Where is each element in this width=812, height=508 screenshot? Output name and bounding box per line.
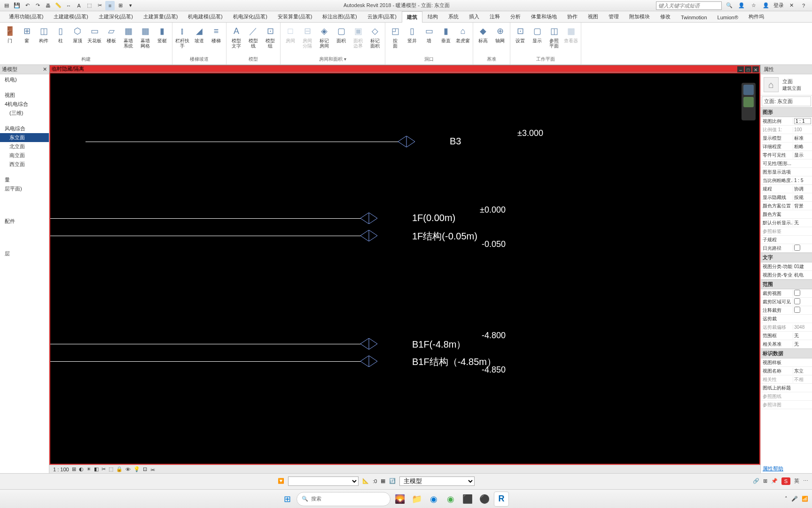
tray-mic-icon[interactable]: 🎤 (791, 496, 798, 502)
tree-item-10[interactable]: 层平面) (0, 184, 49, 193)
select-pinned-icon[interactable]: 📌 (771, 478, 778, 484)
level-line[interactable] (86, 142, 398, 142)
ribbon-btn-5-0[interactable]: ◆标高 (475, 24, 491, 44)
props-row[interactable]: 裁剪视图 (761, 289, 812, 298)
props-group-header[interactable]: 文字 (761, 253, 812, 262)
ribbon-tab-9[interactable]: 建筑 (402, 11, 422, 23)
taskbar-app-5[interactable]: ⚫ (477, 492, 492, 507)
start-button[interactable]: ⊞ (280, 492, 295, 507)
level-name[interactable]: 1F结构(-0.05m) (412, 230, 477, 243)
ribbon-btn-0-9[interactable]: ▮竖梃 (154, 24, 170, 44)
props-row[interactable]: 注释裁剪 (761, 306, 812, 315)
ribbon-tab-6[interactable]: 安装算量(品茗) (273, 11, 317, 22)
ribbon-btn-2-0[interactable]: A模型文字 (228, 24, 244, 49)
select-links-icon[interactable]: 🔗 (753, 478, 759, 484)
ribbon-tab-4[interactable]: 机电建模(品茗) (183, 11, 227, 22)
props-row[interactable]: 参照标签 (761, 227, 812, 236)
ribbon-tab-3[interactable]: 土建算量(品茗) (138, 11, 183, 22)
exchange-icon[interactable]: ✕ (787, 1, 796, 10)
favorite-icon[interactable]: ☆ (749, 1, 758, 10)
tree-item-11[interactable]: 配件 (0, 217, 49, 226)
props-row[interactable]: 默认分析显示...无 (761, 219, 812, 227)
detail-level-icon[interactable]: ⊞ (72, 466, 76, 472)
qat-align[interactable]: ↔ (64, 1, 73, 10)
props-row[interactable]: 远剪裁 (761, 315, 812, 323)
props-row[interactable]: 视图分类-功能01建 (761, 262, 812, 271)
ribbon-tab-22[interactable]: Lumion® (712, 12, 743, 22)
props-row[interactable]: 显示模型标准 (761, 134, 812, 143)
level-marker-icon[interactable] (360, 230, 377, 241)
help-icon[interactable]: ? (799, 1, 808, 10)
selection-filter-icon[interactable]: 🔽 (278, 478, 284, 484)
ribbon-btn-3-5[interactable]: ◇标记面积 (367, 24, 383, 49)
tree-item-4[interactable]: 风电综合 (0, 124, 49, 133)
tree-item-12[interactable]: 层 (0, 249, 49, 258)
app-menu-button[interactable]: ▤ (2, 1, 11, 10)
qat-undo[interactable]: ↶ (23, 1, 32, 10)
props-row[interactable]: 范围框无 (761, 332, 812, 340)
ribbon-btn-0-2[interactable]: ◫构件 (36, 24, 52, 44)
reveal-hidden-icon[interactable]: 💡 (133, 466, 140, 472)
ribbon-btn-4-4[interactable]: ⌂老虎窗 (455, 24, 471, 44)
props-row[interactable]: 相关基准无 (761, 340, 812, 349)
ribbon-btn-4-0[interactable]: ◰按面 (387, 24, 403, 49)
taskbar-app-1[interactable]: 🌄 (392, 492, 407, 507)
select-underlay-icon[interactable]: ⊞ (763, 478, 767, 484)
ribbon-btn-4-1[interactable]: ▯竖井 (404, 24, 420, 44)
tree-item-2[interactable]: 4机电综合 (0, 100, 49, 109)
shadows-icon[interactable]: ◧ (94, 466, 99, 472)
props-row[interactable]: 视图比例 (761, 117, 812, 126)
level-name[interactable]: 1F(0.00m) (412, 213, 455, 223)
qat-print[interactable]: 🖶 (43, 1, 53, 10)
props-row[interactable]: 参照图纸 (761, 392, 812, 401)
navigation-bar[interactable] (742, 83, 756, 120)
ribbon-btn-0-6[interactable]: ▱楼板 (103, 24, 119, 44)
props-row[interactable]: 图形显示选项 (761, 168, 812, 176)
ribbon-tab-0[interactable]: 通用功能(品茗) (4, 11, 48, 22)
ribbon-tab-23[interactable]: 构件坞 (743, 11, 769, 22)
level-name[interactable]: B3 (450, 136, 461, 147)
login-link[interactable]: 登录 (773, 2, 784, 9)
ribbon-btn-1-1[interactable]: ◢坡道 (191, 24, 207, 44)
search-icon[interactable]: 🔍 (725, 1, 734, 10)
ribbon-tab-7[interactable]: 标注出图(品茗) (317, 11, 362, 22)
props-row[interactable]: 子规程 (761, 236, 812, 244)
ribbon-btn-3-3[interactable]: ▢面积 (333, 24, 349, 44)
ribbon-tab-18[interactable]: 管理 (603, 11, 624, 22)
ribbon-btn-0-7[interactable]: ▦幕墙系统 (120, 24, 136, 49)
props-checkbox[interactable] (794, 245, 800, 251)
ribbon-btn-4-3[interactable]: ▮垂直 (438, 24, 454, 44)
props-row[interactable]: 规程协调 (761, 185, 812, 193)
qat-close[interactable]: ⊞ (116, 1, 125, 10)
navcube-wheel[interactable] (743, 97, 754, 107)
tree-item-0[interactable]: 机电) (0, 75, 49, 84)
ribbon-tab-2[interactable]: 土建深化(品茗) (94, 11, 138, 22)
tree-item-1[interactable]: 视图 (0, 91, 49, 100)
drawing-canvas[interactable]: ±3.000B3±0.0001F(0.00m)-0.0501F结构(-0.05m… (49, 72, 760, 465)
qat-3d[interactable]: ⬚ (85, 1, 94, 10)
taskbar-app-3[interactable]: ◉ (443, 492, 458, 507)
level-line[interactable] (50, 218, 360, 219)
ribbon-btn-3-2[interactable]: ◈标记房间 (316, 24, 332, 49)
taskbar-search[interactable]: 🔍 搜索 (297, 492, 390, 506)
crop-view-icon[interactable]: ✂ (102, 466, 106, 472)
ribbon-tab-1[interactable]: 土建建模(品茗) (48, 11, 93, 22)
ribbon-btn-6-2[interactable]: ◫参照平面 (546, 24, 562, 49)
ribbon-tab-19[interactable]: 附加模块 (624, 11, 655, 22)
filter-icon[interactable]: ▦ (381, 478, 385, 484)
level-marker-icon[interactable] (360, 356, 377, 367)
level-line[interactable] (50, 361, 360, 362)
taskbar-app-2[interactable]: 📁 (409, 492, 424, 507)
ribbon-tab-15[interactable]: 体量和场地 (526, 11, 562, 22)
crop-region-icon[interactable]: ⬚ (109, 466, 113, 472)
help-search-input[interactable] (656, 1, 722, 10)
tree-item-9[interactable]: 量 (0, 175, 49, 184)
level-marker-icon[interactable] (360, 213, 377, 224)
props-row[interactable]: 日光路径 (761, 244, 812, 253)
sun-path-icon[interactable]: ☀ (86, 466, 91, 472)
tray-wifi-icon[interactable]: 📶 (802, 496, 808, 502)
ribbon-tab-11[interactable]: 系统 (443, 11, 464, 22)
level-line[interactable] (50, 344, 360, 344)
workset-combo[interactable] (288, 476, 359, 486)
ribbon-btn-0-0[interactable]: 🚪门 (2, 24, 18, 44)
